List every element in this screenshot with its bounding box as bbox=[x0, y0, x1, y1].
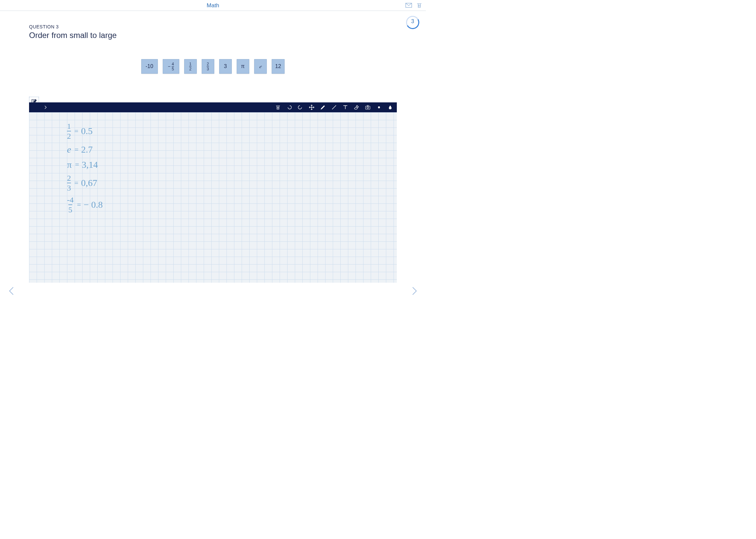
toolbar-trash-icon[interactable] bbox=[275, 104, 281, 111]
scratchpad-toolbar bbox=[29, 102, 397, 112]
page-title: Math bbox=[207, 0, 219, 11]
scratchpad-panel: 12 = 0.5 e = 2.7 π = 3,14 23 = 0,67 bbox=[29, 102, 397, 283]
tile-neg4over5[interactable]: − 45 bbox=[163, 59, 179, 74]
tile-1over2[interactable]: 12 bbox=[184, 59, 197, 74]
drop-icon[interactable] bbox=[387, 104, 393, 111]
tile-12[interactable]: 12 bbox=[272, 59, 285, 74]
handwriting-content: 12 = 0.5 e = 2.7 π = 3,14 23 = 0,67 bbox=[67, 122, 103, 218]
progress-indicator: 3 bbox=[406, 16, 419, 29]
trash-icon[interactable] bbox=[415, 1, 423, 9]
tile-2over3[interactable]: 23 bbox=[202, 59, 214, 74]
answer-tiles-row: -10 − 45 12 23 3 π 𝑒 12 bbox=[0, 59, 426, 74]
svg-point-4 bbox=[378, 106, 380, 108]
move-icon[interactable] bbox=[309, 104, 315, 111]
progress-number: 3 bbox=[406, 16, 419, 29]
question-header: QUESTION 3 Order from small to large bbox=[0, 11, 426, 40]
mail-icon[interactable] bbox=[405, 1, 413, 9]
redo-icon[interactable] bbox=[297, 104, 304, 111]
question-title: Order from small to large bbox=[29, 31, 426, 40]
camera-icon[interactable] bbox=[365, 104, 371, 111]
tile-e[interactable]: 𝑒 bbox=[254, 59, 267, 74]
collapse-icon[interactable] bbox=[42, 104, 49, 111]
tile-neg10[interactable]: -10 bbox=[141, 59, 158, 74]
dot-icon[interactable] bbox=[376, 104, 382, 111]
svg-point-3 bbox=[367, 107, 369, 108]
brush-icon[interactable] bbox=[319, 104, 326, 111]
prev-question-button[interactable] bbox=[7, 284, 17, 301]
tile-pi[interactable]: π bbox=[237, 59, 249, 74]
tile-3[interactable]: 3 bbox=[219, 59, 232, 74]
next-question-button[interactable] bbox=[409, 284, 419, 301]
scratchpad-canvas[interactable]: 12 = 0.5 e = 2.7 π = 3,14 23 = 0,67 bbox=[29, 112, 397, 283]
question-number: QUESTION 3 bbox=[29, 24, 426, 30]
line-icon[interactable] bbox=[331, 104, 337, 111]
top-bar: Math bbox=[0, 0, 426, 11]
eraser-icon[interactable] bbox=[353, 104, 360, 111]
undo-icon[interactable] bbox=[286, 104, 293, 111]
text-icon[interactable] bbox=[342, 104, 349, 111]
